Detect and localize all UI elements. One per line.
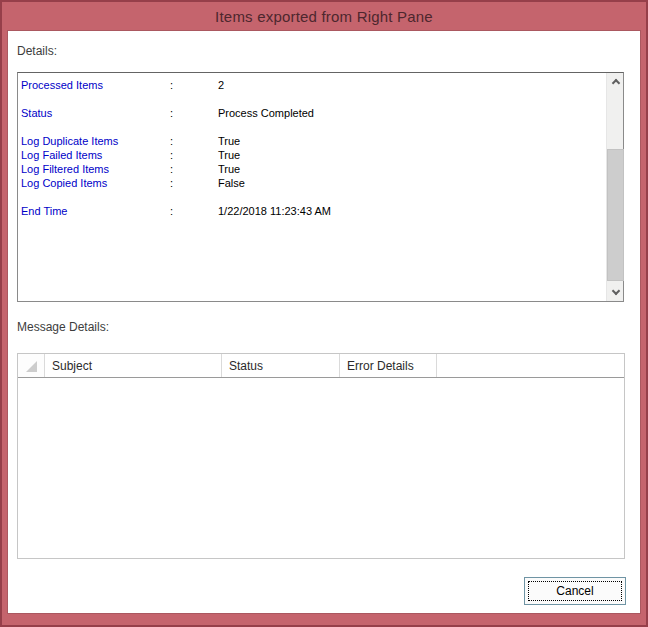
scroll-up-button[interactable]	[607, 73, 624, 90]
detail-row: Log Failed Items : True	[18, 148, 606, 162]
table-header-row: Subject Status Error Details	[18, 354, 624, 378]
detail-value: True	[218, 162, 606, 176]
column-header-filler	[437, 354, 624, 377]
detail-label: End Time	[21, 204, 170, 218]
corner-triangle-icon	[26, 361, 37, 372]
detail-row: Log Filtered Items : True	[18, 162, 606, 176]
dialog-body: Details: Processed Items : 2 Status : Pr…	[8, 31, 640, 613]
detail-row: End Time : 1/22/2018 11:23:43 AM	[18, 204, 606, 218]
detail-row: Log Copied Items : False	[18, 176, 606, 190]
column-header-status[interactable]: Status	[222, 354, 340, 377]
table-body	[18, 378, 624, 558]
detail-separator: :	[170, 162, 218, 176]
detail-value	[218, 190, 606, 204]
detail-separator: :	[170, 134, 218, 148]
detail-label	[21, 92, 170, 106]
detail-separator: :	[170, 148, 218, 162]
detail-label	[21, 120, 170, 134]
detail-separator: :	[170, 106, 218, 120]
chevron-up-icon	[611, 79, 619, 87]
focus-rectangle	[528, 581, 622, 601]
detail-label: Log Copied Items	[21, 176, 170, 190]
message-details-table: Subject Status Error Details	[17, 353, 625, 559]
scroll-down-button[interactable]	[607, 284, 624, 301]
details-scrollbar[interactable]	[606, 73, 623, 301]
column-header-subject[interactable]: Subject	[45, 354, 222, 377]
detail-value	[218, 92, 606, 106]
detail-label: Log Filtered Items	[21, 162, 170, 176]
detail-row: Processed Items : 2	[18, 78, 606, 92]
detail-row	[18, 120, 606, 134]
details-box[interactable]: Processed Items : 2 Status : Process Com…	[17, 72, 624, 302]
detail-label: Log Duplicate Items	[21, 134, 170, 148]
titlebar: Items exported from Right Pane	[2, 2, 646, 31]
detail-value: False	[218, 176, 606, 190]
select-all-corner[interactable]	[18, 354, 45, 377]
detail-value: 1/22/2018 11:23:43 AM	[218, 204, 606, 218]
detail-row: Log Duplicate Items : True	[18, 134, 606, 148]
detail-label	[21, 190, 170, 204]
detail-label: Processed Items	[21, 78, 170, 92]
details-content: Processed Items : 2 Status : Process Com…	[18, 73, 606, 301]
export-dialog: Items exported from Right Pane Details: …	[0, 0, 648, 627]
message-details-label: Message Details:	[17, 320, 109, 334]
detail-separator: :	[170, 204, 218, 218]
detail-value: Process Completed	[218, 106, 606, 120]
window-title: Items exported from Right Pane	[215, 8, 433, 25]
detail-separator: :	[170, 78, 218, 92]
detail-label: Log Failed Items	[21, 148, 170, 162]
cancel-button[interactable]: Cancel	[524, 577, 626, 605]
chevron-down-icon	[611, 287, 619, 295]
detail-value	[218, 120, 606, 134]
detail-value: 2	[218, 78, 606, 92]
detail-separator	[170, 120, 218, 134]
detail-row	[18, 92, 606, 106]
detail-row	[18, 190, 606, 204]
column-header-error-details[interactable]: Error Details	[340, 354, 437, 377]
detail-separator: :	[170, 176, 218, 190]
detail-separator	[170, 92, 218, 106]
details-label: Details:	[17, 44, 57, 58]
detail-separator	[170, 190, 218, 204]
scrollbar-thumb[interactable]	[607, 149, 624, 281]
detail-value: True	[218, 148, 606, 162]
detail-row: Status : Process Completed	[18, 106, 606, 120]
detail-value: True	[218, 134, 606, 148]
detail-label: Status	[21, 106, 170, 120]
